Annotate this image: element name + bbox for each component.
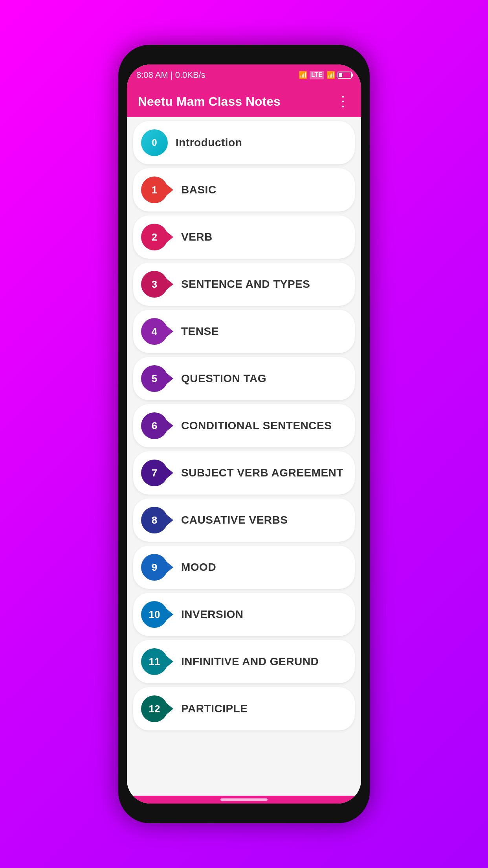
list-item[interactable]: 7SUBJECT VERB AGREEMENT — [133, 451, 355, 495]
status-time: 8:08 AM | 0.0KB/s — [136, 70, 205, 80]
badge-9: 9 — [141, 554, 173, 581]
scroll-indicator — [220, 798, 268, 801]
list-item[interactable]: 5QUESTION TAG — [133, 357, 355, 400]
badge-3: 3 — [141, 271, 173, 298]
item-label: PARTICIPLE — [181, 702, 248, 715]
signal-icon: 📶 — [299, 71, 307, 79]
item-label: TENSE — [181, 325, 219, 338]
item-label: QUESTION TAG — [181, 372, 266, 385]
badge-7: 7 — [141, 460, 173, 486]
signal2-icon: 📶 — [327, 71, 335, 79]
badge-6: 6 — [141, 412, 173, 439]
overflow-menu-icon[interactable]: ⋮ — [336, 93, 350, 110]
badge-12: 12 — [141, 695, 173, 722]
item-label: SENTENCE AND TYPES — [181, 278, 310, 291]
list-item[interactable]: 9MOOD — [133, 546, 355, 589]
app-title: Neetu Mam Class Notes — [138, 94, 281, 109]
list-item[interactable]: 8CAUSATIVE VERBS — [133, 498, 355, 542]
list-item[interactable]: 4TENSE — [133, 310, 355, 353]
badge-4: 4 — [141, 318, 173, 345]
list-item[interactable]: 3SENTENCE AND TYPES — [133, 263, 355, 306]
item-label: INFINITIVE AND GERUND — [181, 655, 319, 668]
list-item[interactable]: 1BASIC — [133, 168, 355, 211]
item-label: CONDITIONAL SENTENCES — [181, 419, 332, 432]
list-item[interactable]: 6CONDITIONAL SENTENCES — [133, 404, 355, 447]
item-label: Introduction — [176, 136, 242, 149]
bottom-bar — [127, 796, 361, 804]
item-label: INVERSION — [181, 608, 244, 621]
item-label: SUBJECT VERB AGREEMENT — [181, 467, 343, 479]
badge-5: 5 — [141, 365, 173, 392]
content-list: 0Introduction1BASIC2VERB3SENTENCE AND TY… — [127, 117, 361, 796]
list-item[interactable]: 12PARTICIPLE — [133, 687, 355, 730]
lte-icon: LTE — [310, 71, 324, 79]
phone-screen: 8:08 AM | 0.0KB/s 📶 LTE 📶 Neetu Mam Clas… — [127, 64, 361, 804]
item-label: CAUSATIVE VERBS — [181, 514, 288, 526]
item-label: VERB — [181, 231, 213, 243]
badge-8: 8 — [141, 507, 173, 533]
badge-0: 0 — [141, 129, 168, 156]
badge-11: 11 — [141, 648, 173, 675]
status-bar: 8:08 AM | 0.0KB/s 📶 LTE 📶 — [127, 64, 361, 86]
list-item[interactable]: 0Introduction — [133, 121, 355, 164]
list-item[interactable]: 2VERB — [133, 215, 355, 259]
status-icons: 📶 LTE 📶 — [299, 71, 352, 79]
phone-frame: 8:08 AM | 0.0KB/s 📶 LTE 📶 Neetu Mam Clas… — [118, 45, 370, 823]
badge-10: 10 — [141, 601, 173, 628]
list-item[interactable]: 10INVERSION — [133, 593, 355, 636]
item-label: BASIC — [181, 184, 216, 196]
battery-icon — [338, 72, 352, 79]
badge-1: 1 — [141, 177, 173, 203]
list-item[interactable]: 11INFINITIVE AND GERUND — [133, 640, 355, 683]
badge-2: 2 — [141, 224, 173, 250]
app-header: Neetu Mam Class Notes ⋮ — [127, 86, 361, 117]
item-label: MOOD — [181, 561, 216, 574]
